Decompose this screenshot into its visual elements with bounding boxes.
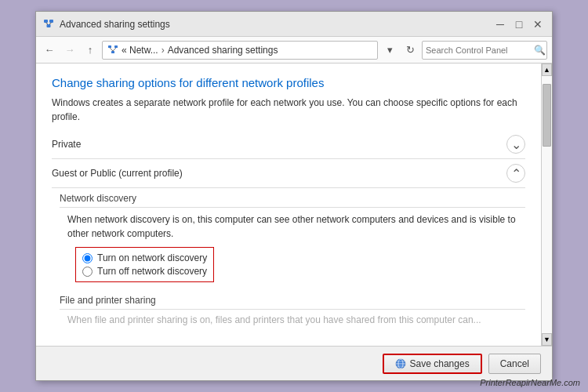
window-title: Advanced sharing settings xyxy=(60,19,170,30)
breadcrumb-current: Advanced sharing settings xyxy=(168,45,278,56)
title-bar: Advanced sharing settings ─ □ ✕ xyxy=(36,12,552,37)
private-label: Private xyxy=(52,139,506,150)
window: Advanced sharing settings ─ □ ✕ ← → ↑ xyxy=(35,11,553,381)
search-input[interactable] xyxy=(426,45,534,55)
search-box: 🔍 xyxy=(422,41,547,60)
main-content: Change sharing options for different net… xyxy=(36,64,541,346)
cancel-label: Cancel xyxy=(500,358,529,369)
search-button[interactable]: 🔍 xyxy=(534,45,546,56)
scrollbar-track[interactable] xyxy=(542,76,552,333)
close-button[interactable]: ✕ xyxy=(530,16,546,32)
save-changes-button[interactable]: Save changes xyxy=(383,354,482,374)
guest-public-toggle-button[interactable]: ⌃ xyxy=(506,164,525,183)
guest-public-section: Guest or Public (current profile) ⌃ xyxy=(52,164,525,188)
desktop-background: Advanced sharing settings ─ □ ✕ ← → ↑ xyxy=(0,0,588,392)
file-printer-description: When file and printer sharing is on, fil… xyxy=(67,313,525,327)
turn-off-radio[interactable] xyxy=(82,267,93,277)
watermark: PrinterReapirNearMe.com xyxy=(480,378,580,387)
back-button[interactable]: ← xyxy=(41,42,58,59)
network-discovery-subsection: Network discovery When network discovery… xyxy=(60,193,525,287)
title-bar-left: Advanced sharing settings xyxy=(42,18,492,31)
svg-rect-6 xyxy=(114,45,118,48)
page-heading: Change sharing options for different net… xyxy=(52,76,525,89)
breadcrumb-netw: « Netw... xyxy=(122,45,158,56)
svg-rect-7 xyxy=(111,51,114,53)
svg-line-3 xyxy=(46,23,49,24)
svg-line-8 xyxy=(110,48,113,51)
scrollbar-thumb[interactable] xyxy=(543,84,551,147)
network-discovery-title: Network discovery xyxy=(60,193,525,208)
turn-on-radio-item: Turn on network discovery xyxy=(82,252,207,263)
footer: Save changes Cancel xyxy=(36,346,552,380)
minimize-button[interactable]: ─ xyxy=(492,16,508,32)
dropdown-button[interactable]: ▾ xyxy=(381,42,398,59)
svg-rect-1 xyxy=(49,20,53,23)
file-printer-section: File and printer sharing When file and p… xyxy=(60,295,525,327)
network-discovery-radio-group: Turn on network discovery Turn off netwo… xyxy=(75,247,214,282)
breadcrumb-network-icon xyxy=(107,45,118,56)
content-area: Change sharing options for different net… xyxy=(36,64,552,346)
svg-line-9 xyxy=(113,48,116,51)
breadcrumb-separator: › xyxy=(162,45,165,56)
svg-line-4 xyxy=(49,23,52,24)
guest-public-label: Guest or Public (current profile) xyxy=(52,168,506,179)
refresh-button[interactable]: ↻ xyxy=(401,42,419,59)
scrollbar: ▲ ▼ xyxy=(541,64,552,346)
address-bar: ← → ↑ « Netw... › Advanced sharing setti… xyxy=(36,37,552,64)
scroll-down-button[interactable]: ▼ xyxy=(542,333,552,346)
turn-off-label: Turn off network discovery xyxy=(97,266,207,277)
scroll-up-button[interactable]: ▲ xyxy=(542,64,552,76)
page-description: Windows creates a separate network profi… xyxy=(52,96,525,124)
forward-button[interactable]: → xyxy=(61,42,78,59)
file-printer-title: File and printer sharing xyxy=(60,295,525,310)
turn-on-radio[interactable] xyxy=(82,253,93,263)
turn-off-radio-item: Turn off network discovery xyxy=(82,266,207,277)
cancel-button[interactable]: Cancel xyxy=(488,354,541,374)
title-controls: ─ □ ✕ xyxy=(492,16,546,32)
svg-rect-0 xyxy=(44,20,48,23)
save-changes-label: Save changes xyxy=(410,358,470,369)
private-section: Private ⌄ xyxy=(52,135,525,159)
turn-on-label: Turn on network discovery xyxy=(97,252,207,263)
private-toggle-button[interactable]: ⌄ xyxy=(506,135,525,154)
svg-rect-5 xyxy=(108,45,111,48)
up-button[interactable]: ↑ xyxy=(82,42,99,59)
address-path: « Netw... › Advanced sharing settings xyxy=(102,41,378,60)
network-discovery-description: When network discovery is on, this compu… xyxy=(67,212,525,241)
maximize-button[interactable]: □ xyxy=(511,16,527,32)
title-network-icon xyxy=(42,18,55,31)
svg-rect-2 xyxy=(47,24,51,27)
save-changes-icon xyxy=(395,358,406,369)
